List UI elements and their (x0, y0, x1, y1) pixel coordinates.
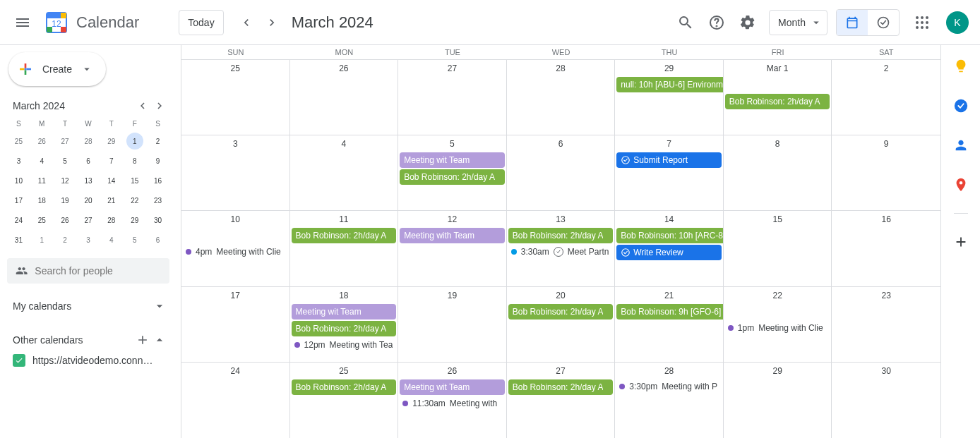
event-chip[interactable]: Write Review (616, 245, 722, 260)
keep-icon[interactable] (947, 52, 975, 80)
my-calendars-toggle[interactable]: My calendars (7, 295, 169, 317)
event-chip[interactable]: Bob Robinson: 2h/day A (292, 228, 397, 243)
mini-day-cell[interactable]: 2 (54, 230, 77, 250)
day-cell[interactable]: 20Bob Robinson: 2h/day A (507, 287, 616, 362)
add-calendar-icon[interactable] (136, 333, 150, 347)
mini-day-cell[interactable]: 2 (146, 131, 169, 151)
mini-day-cell[interactable]: 16 (146, 171, 169, 190)
event-chip[interactable]: Bob Robinson: 10h [ARC-8] Research and d… (616, 228, 724, 243)
event-dot[interactable]: 3:30amMeet Partn (507, 245, 615, 259)
mini-day-cell[interactable]: 19 (54, 190, 77, 210)
tasks-view-toggle[interactable] (868, 10, 899, 35)
mini-day-cell[interactable]: 26 (54, 210, 77, 230)
create-button[interactable]: Create (8, 52, 106, 86)
day-cell[interactable]: 21Bob Robinson: 9h [GFO-6] Bug with colo… (615, 287, 724, 362)
day-cell[interactable]: 104pmMeeting with Clie (181, 211, 290, 286)
mini-day-cell[interactable]: 5 (123, 230, 146, 250)
day-cell[interactable]: 18Meeting wit TeamBob Robinson: 2h/day A… (290, 287, 399, 362)
event-chip[interactable]: Bob Robinson: 2h/day A (508, 228, 614, 243)
prev-month-button[interactable] (235, 11, 258, 34)
mini-day-cell[interactable]: 20 (77, 190, 100, 210)
event-dot[interactable]: 4pmMeeting with Clie (181, 245, 289, 259)
mini-day-cell[interactable]: 14 (100, 171, 123, 190)
day-cell[interactable]: 24 (181, 363, 290, 438)
day-cell[interactable]: 25Bob Robinson: 2h/day A (290, 363, 399, 438)
search-icon[interactable] (671, 8, 700, 37)
day-cell[interactable]: 13Bob Robinson: 2h/day A3:30amMeet Partn (507, 211, 616, 286)
day-cell[interactable]: 9 (832, 135, 940, 210)
help-icon[interactable] (703, 8, 731, 37)
day-cell[interactable]: 221pmMeeting with Clie (724, 287, 832, 362)
day-cell[interactable]: 11Bob Robinson: 2h/day A (290, 211, 399, 286)
mini-prev-button[interactable] (134, 97, 151, 114)
day-cell[interactable]: 2 (832, 60, 940, 135)
mini-day-cell[interactable]: 31 (7, 230, 30, 250)
mini-day-cell[interactable]: 29 (123, 210, 146, 230)
event-chip[interactable]: Meeting wit Team (292, 304, 397, 320)
mini-day-cell[interactable]: 30 (146, 210, 169, 230)
mini-day-cell[interactable]: 3 (7, 151, 30, 171)
event-chip[interactable]: Submit Report (616, 152, 722, 168)
user-avatar[interactable]: K (946, 11, 969, 34)
mini-next-button[interactable] (151, 97, 168, 114)
main-menu-icon[interactable] (6, 6, 40, 39)
day-cell[interactable]: 30 (832, 363, 940, 438)
mini-day-cell[interactable]: 22 (123, 190, 146, 210)
event-dot[interactable]: 11:30amMeeting with (398, 396, 506, 410)
day-cell[interactable]: 23 (832, 287, 940, 362)
day-cell[interactable]: 17 (181, 287, 290, 362)
event-chip[interactable]: Meeting wit Team (400, 152, 505, 168)
mini-day-cell[interactable]: 5 (54, 151, 77, 171)
day-cell[interactable]: 3 (181, 135, 290, 210)
apps-icon[interactable] (908, 8, 936, 37)
add-addon-icon[interactable] (947, 228, 975, 256)
event-dot[interactable]: 3:30pmMeeting with P (615, 379, 723, 394)
day-cell[interactable]: 15 (724, 211, 832, 286)
day-cell[interactable]: 25 (181, 60, 290, 135)
mini-day-cell[interactable]: 12 (54, 171, 77, 190)
day-cell[interactable]: 16 (832, 211, 940, 286)
next-month-button[interactable] (261, 11, 283, 34)
mini-day-cell[interactable]: 29 (100, 131, 123, 151)
view-selector[interactable]: Month (769, 10, 827, 35)
mini-day-cell[interactable]: 21 (100, 190, 123, 210)
calendar-checkbox[interactable] (13, 354, 25, 367)
day-cell[interactable]: 7Submit Report (615, 135, 724, 210)
mini-day-cell[interactable]: 9 (146, 151, 169, 171)
day-cell[interactable]: 5Meeting wit TeamBob Robinson: 2h/day A (398, 135, 507, 210)
event-dot[interactable]: 12pmMeeting with Tea (290, 338, 398, 352)
day-cell[interactable]: Mar 1Bob Robinson: 2h/day A (724, 60, 832, 135)
tasks-icon[interactable] (947, 92, 975, 120)
day-cell[interactable]: 29null: 10h [ABU-6] Environment setup (615, 60, 724, 135)
search-people-field[interactable] (35, 265, 161, 276)
mini-day-cell[interactable]: 17 (7, 190, 30, 210)
day-cell[interactable]: 4 (290, 135, 399, 210)
event-chip[interactable]: Bob Robinson: 9h [GFO-6] Bug with colors (616, 304, 724, 320)
mini-day-cell[interactable]: 10 (7, 171, 30, 190)
mini-day-cell[interactable]: 25 (7, 131, 30, 151)
mini-day-cell[interactable]: 6 (77, 151, 100, 171)
event-chip[interactable]: null: 10h [ABU-6] Environment setup (616, 77, 724, 92)
contacts-icon[interactable] (947, 131, 975, 159)
mini-day-cell[interactable]: 23 (146, 190, 169, 210)
mini-day-cell[interactable]: 6 (146, 230, 169, 250)
mini-day-cell[interactable]: 8 (123, 151, 146, 171)
mini-day-cell[interactable]: 1 (30, 230, 54, 250)
mini-day-cell[interactable]: 25 (30, 210, 54, 230)
mini-day-cell[interactable]: 3 (77, 230, 100, 250)
mini-day-cell[interactable]: 28 (100, 210, 123, 230)
day-cell[interactable]: 14Bob Robinson: 10h [ARC-8] Research and… (615, 211, 724, 286)
other-calendars-toggle[interactable]: Other calendars (7, 329, 169, 351)
event-chip[interactable]: Bob Robinson: 2h/day A (400, 169, 505, 185)
event-chip[interactable]: Meeting with Team (400, 228, 505, 243)
event-chip[interactable]: Bob Robinson: 2h/day A (725, 94, 830, 109)
mini-day-cell[interactable]: 4 (30, 151, 54, 171)
event-chip[interactable]: Bob Robinson: 2h/day A (508, 379, 614, 395)
mini-day-cell[interactable]: 7 (100, 151, 123, 171)
event-chip[interactable]: Meeting wit Team (400, 379, 505, 395)
day-cell[interactable]: 26Meeting wit Team11:30amMeeting with (398, 363, 507, 438)
mini-day-cell[interactable]: 11 (30, 171, 54, 190)
mini-day-cell[interactable]: 26 (30, 131, 54, 151)
maps-icon[interactable] (947, 171, 975, 199)
mini-day-cell[interactable]: 15 (123, 171, 146, 190)
